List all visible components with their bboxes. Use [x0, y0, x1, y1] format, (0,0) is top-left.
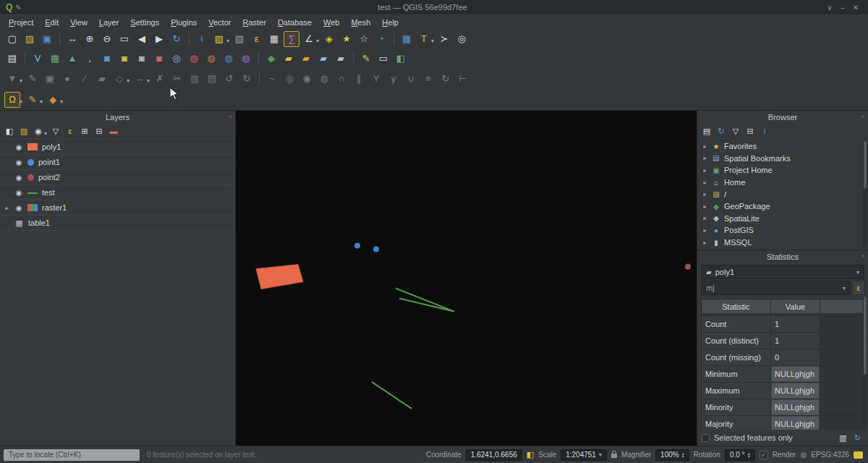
data-source-manager-icon[interactable]: ▤ — [4, 51, 20, 67]
menu-mesh[interactable]: Mesh — [345, 17, 376, 28]
browser-item-postgis[interactable]: ▸ ● PostGIS — [702, 224, 868, 237]
refresh-statistics-icon[interactable]: ↻ — [851, 432, 864, 444]
crs-value[interactable]: EPSG:4326 — [811, 451, 849, 459]
save-project-icon[interactable]: ▣ — [39, 31, 55, 47]
browser-properties-icon[interactable]: i — [758, 124, 771, 137]
new-shapefile-layer-icon[interactable]: ▰ — [281, 51, 297, 67]
add-spatialite-layer-icon[interactable]: ◙ — [116, 51, 132, 67]
open-attribute-table-icon[interactable]: ▦ — [266, 31, 282, 47]
browser-item-spatial-bookmarks[interactable]: ▸ ▤ Spatial Bookmarks — [702, 153, 868, 165]
browser-item-spatialite[interactable]: ▸ ◆ SpatiaLite — [702, 213, 868, 225]
new-geopackage-layer-icon[interactable]: ◆ — [263, 51, 279, 67]
visibility-eye-icon[interactable]: ◉ — [14, 158, 23, 166]
show-spatial-bookmarks-icon[interactable]: ☆ — [356, 31, 372, 47]
add-selected-layers-icon[interactable]: ▤ — [700, 124, 713, 137]
expression-builder-button[interactable]: ε — [852, 281, 865, 295]
add-wfs-layer-icon[interactable]: ◍ — [221, 51, 237, 67]
new-temporary-scratch-layer-icon[interactable]: ▰ — [333, 51, 349, 67]
layer-item-point2[interactable]: ◉ point2 — [0, 170, 235, 185]
open-project-icon[interactable]: ▨ — [22, 31, 38, 47]
statistics-field-combo[interactable]: mj ▾ ε — [701, 281, 851, 295]
pan-map-icon[interactable]: ↔ — [64, 31, 80, 47]
snapping-toggle-icon[interactable]: Ω — [4, 92, 20, 108]
new-project-icon[interactable]: ▢ — [4, 31, 20, 47]
menu-help[interactable]: Help — [376, 17, 404, 28]
filter-by-expression-icon[interactable]: ε — [64, 124, 77, 137]
browser-item-project-home[interactable]: ▸ ▣ Project Home — [702, 164, 868, 177]
locator-input[interactable] — [4, 449, 140, 461]
filter-browser-icon[interactable]: ▽ — [729, 124, 742, 137]
expand-arrow-icon[interactable]: ▸ — [702, 203, 708, 210]
layer-item-point1[interactable]: ◉ point1 — [0, 155, 235, 170]
show-statistical-summary-icon[interactable]: ∑ — [284, 31, 299, 47]
expand-arrow-icon[interactable]: ▸ — [702, 239, 708, 246]
expand-arrow-icon[interactable]: ▸ — [702, 143, 708, 150]
render-checkbox[interactable]: ✓ — [760, 451, 768, 459]
add-delimited-text-layer-icon[interactable]: , — [82, 51, 98, 67]
select-features-dropdown-icon[interactable]: ▾ — [226, 38, 229, 44]
menu-edit[interactable]: Edit — [39, 17, 64, 28]
new-map-view-icon[interactable]: ▦ — [399, 31, 414, 47]
snapping-toggle-dropdown-icon[interactable]: ▾ — [20, 98, 22, 105]
spin-down-icon[interactable]: ▾ — [682, 455, 684, 458]
menu-view[interactable]: View — [64, 17, 93, 28]
add-postgis-layer-icon[interactable]: ◙ — [99, 51, 115, 67]
advanced-digitizing-tools-dropdown-icon[interactable]: ▾ — [60, 98, 63, 105]
shade-icon[interactable]: ∨ — [823, 4, 836, 12]
browser-item-geopackage[interactable]: ▸ ◆ GeoPackage — [702, 200, 868, 213]
menu-layer[interactable]: Layer — [93, 17, 125, 28]
manage-map-themes-dropdown-icon[interactable]: ▾ — [44, 130, 47, 137]
add-mssql-layer-icon[interactable]: ◙ — [134, 51, 150, 67]
statistics-scrollbar[interactable] — [863, 297, 867, 427]
browser-scrollbar-thumb[interactable] — [864, 141, 867, 189]
refresh-map-icon[interactable]: ↻ — [169, 31, 184, 47]
layer-item-test[interactable]: ◉ test — [0, 185, 235, 200]
statistics-panel-dock-icon[interactable]: ▫ — [862, 252, 864, 260]
zoom-last-icon[interactable]: ◀ — [134, 31, 150, 47]
add-wcs-layer-icon[interactable]: ◍ — [203, 51, 219, 67]
expand-arrow-icon[interactable]: ▸ — [702, 215, 708, 221]
zoom-full-icon[interactable]: ▭ — [116, 31, 132, 47]
messages-icon[interactable] — [854, 451, 863, 459]
menu-vector[interactable]: Vector — [203, 17, 237, 28]
coordinate-box[interactable]: 1.6241,0.6656 — [466, 449, 522, 461]
deselect-features-icon[interactable]: ▧ — [231, 31, 247, 47]
magnifier-spinbox[interactable]: 100%▴▾ — [655, 449, 689, 461]
open-layer-styling-icon[interactable]: ◧ — [3, 124, 16, 137]
options-icon[interactable]: ◎ — [454, 31, 469, 47]
text-annotation-icon[interactable]: T — [416, 31, 432, 47]
statistics-layer-combo[interactable]: ▰ poly1 ▾ — [701, 265, 864, 279]
browser-scrollbar[interactable] — [863, 141, 867, 247]
map-canvas[interactable] — [236, 111, 697, 446]
select-by-expression-icon[interactable]: ε — [249, 31, 265, 47]
minimize-icon[interactable]: – — [836, 4, 849, 12]
zoom-out-icon[interactable]: ⊖ — [99, 31, 115, 47]
expand-arrow-icon[interactable]: ▸ — [702, 191, 708, 197]
visibility-eye-icon[interactable]: ◉ — [14, 204, 23, 212]
add-wms-layer-icon[interactable]: ◍ — [186, 51, 202, 67]
manage-map-themes-icon[interactable]: ◉ — [32, 124, 45, 137]
temporal-controller-icon[interactable]: ◔ — [373, 31, 389, 47]
browser-item-favorites[interactable]: ▸ ★ Favorites — [702, 140, 868, 153]
select-features-icon[interactable]: ▧ — [211, 31, 227, 47]
selected-features-checkbox[interactable] — [702, 434, 710, 442]
visibility-eye-icon[interactable]: ◉ — [14, 143, 23, 151]
remove-layer-icon[interactable]: ▬ — [107, 124, 120, 137]
add-raster-layer-icon[interactable]: ▦ — [47, 51, 63, 67]
statistics-scrollbar-thumb[interactable] — [864, 297, 867, 375]
refresh-browser-icon[interactable]: ↻ — [715, 124, 728, 137]
new-spatialite-layer-icon[interactable]: ▰ — [298, 51, 314, 67]
scale-lock-icon[interactable] — [611, 454, 617, 458]
layer-item-table1[interactable]: ▦ table1 — [0, 216, 235, 231]
measure-dropdown-icon[interactable]: ▾ — [316, 38, 319, 44]
show-layout-manager-icon[interactable]: ▭ — [375, 51, 391, 67]
browser-item-mssql[interactable]: ▸ ▮ MSSQL — [702, 237, 868, 249]
measure-icon[interactable]: ∠ — [301, 31, 317, 47]
layer-item-poly1[interactable]: ◉ poly1 — [0, 140, 235, 155]
menu-plugins[interactable]: Plugins — [165, 17, 203, 28]
expand-arrow-icon[interactable]: ▸ — [702, 167, 708, 174]
visibility-eye-icon[interactable]: ◉ — [14, 189, 23, 197]
python-console-icon[interactable]: ≻ — [436, 31, 452, 47]
add-virtual-layer-icon[interactable]: ◎ — [169, 51, 184, 67]
scale-combo[interactable]: 1:204751▾ — [561, 449, 607, 461]
